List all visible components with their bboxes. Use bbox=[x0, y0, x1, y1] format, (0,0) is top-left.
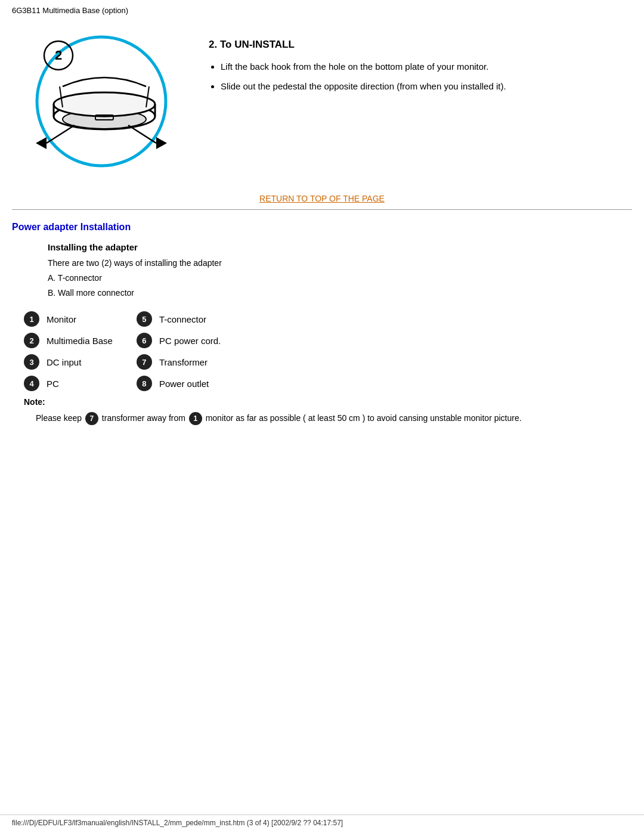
uninstall-bullet-2: Slide out the pedestal the opposite dire… bbox=[221, 80, 632, 94]
uninstall-section: 2 bbox=[12, 21, 632, 176]
item-label-6: PC power cord. bbox=[159, 336, 221, 346]
item-label-1: Monitor bbox=[47, 314, 76, 324]
note-text-before: Please keep bbox=[36, 413, 82, 423]
return-link-container: RETURN TO TOP OF THE PAGE bbox=[12, 194, 632, 203]
badge-5: 5 bbox=[137, 311, 152, 327]
svg-line-9 bbox=[47, 125, 75, 143]
svg-line-11 bbox=[128, 125, 156, 143]
adapter-desc-3: B. Wall more connector bbox=[48, 287, 632, 299]
item-label-7: Transformer bbox=[159, 357, 208, 367]
svg-marker-8 bbox=[36, 137, 47, 149]
note-text: Please keep 7 transformer away from 1 mo… bbox=[36, 411, 620, 426]
item-row-2: 2 Multimedia Base bbox=[24, 333, 113, 348]
item-label-3: DC input bbox=[47, 357, 81, 367]
note-text-after: monitor as far as possible ( at least 50… bbox=[206, 413, 522, 423]
badge-6: 6 bbox=[137, 333, 152, 348]
installing-adapter-subsection: Installing the adapter There are two (2)… bbox=[48, 242, 632, 299]
adapter-desc-1: There are two (2) ways of installing the… bbox=[48, 257, 632, 270]
badge-2: 2 bbox=[24, 333, 39, 348]
uninstall-heading: 2. To UN-INSTALL bbox=[209, 39, 632, 51]
footer-bar: file:///D|/EDFU/LF3/lf3manual/english/IN… bbox=[0, 815, 644, 827]
item-row-6: 6 PC power cord. bbox=[137, 333, 221, 348]
note-text-middle: transformer away from bbox=[102, 413, 185, 423]
item-row-3: 3 DC input bbox=[24, 354, 113, 370]
badge-3: 3 bbox=[24, 354, 39, 370]
diagram-area: 2 bbox=[12, 27, 191, 170]
inline-badge-7: 7 bbox=[85, 412, 98, 425]
note-section: Note: Please keep 7 transformer away fro… bbox=[24, 397, 620, 426]
item-row-4: 4 PC bbox=[24, 376, 113, 391]
step2-diagram: 2 bbox=[30, 27, 173, 170]
uninstall-list: Lift the back hook from the hole on the … bbox=[209, 60, 632, 93]
item-row-8: 8 Power outlet bbox=[137, 376, 221, 391]
item-label-5: T-connector bbox=[159, 314, 206, 324]
badge-4: 4 bbox=[24, 376, 39, 391]
badge-7: 7 bbox=[137, 354, 152, 370]
power-adapter-section: Power adapter Installation Installing th… bbox=[12, 222, 632, 426]
uninstall-bullet-1: Lift the back hook from the hole on the … bbox=[221, 60, 632, 74]
installing-adapter-heading: Installing the adapter bbox=[48, 242, 632, 252]
item-row-7: 7 Transformer bbox=[137, 354, 221, 370]
items-grid: 1 Monitor 2 Multimedia Base 3 DC input 4… bbox=[24, 311, 632, 391]
item-row-5: 5 T-connector bbox=[137, 311, 221, 327]
badge-8: 8 bbox=[137, 376, 152, 391]
badge-1: 1 bbox=[24, 311, 39, 327]
note-label: Note: bbox=[24, 397, 620, 407]
uninstall-instructions: 2. To UN-INSTALL Lift the back hook from… bbox=[191, 27, 632, 99]
svg-marker-10 bbox=[156, 137, 167, 149]
svg-text:2: 2 bbox=[55, 48, 62, 63]
section-divider bbox=[12, 209, 632, 210]
svg-point-5 bbox=[54, 92, 155, 116]
page-header: 6G3B11 Multimedia Base (option) bbox=[12, 6, 632, 15]
item-label-2: Multimedia Base bbox=[47, 336, 113, 346]
return-to-top-link[interactable]: RETURN TO TOP OF THE PAGE bbox=[259, 194, 385, 203]
item-label-4: PC bbox=[47, 379, 59, 389]
items-col-right: 5 T-connector 6 PC power cord. 7 Transfo… bbox=[137, 311, 221, 391]
item-label-8: Power outlet bbox=[159, 379, 209, 389]
item-row-1: 1 Monitor bbox=[24, 311, 113, 327]
adapter-desc-2: A. T-connector bbox=[48, 272, 632, 284]
power-section-title: Power adapter Installation bbox=[12, 222, 632, 233]
inline-badge-1: 1 bbox=[189, 412, 202, 425]
footer-text: file:///D|/EDFU/LF3/lf3manual/english/IN… bbox=[12, 819, 343, 827]
items-col-left: 1 Monitor 2 Multimedia Base 3 DC input 4… bbox=[24, 311, 113, 391]
